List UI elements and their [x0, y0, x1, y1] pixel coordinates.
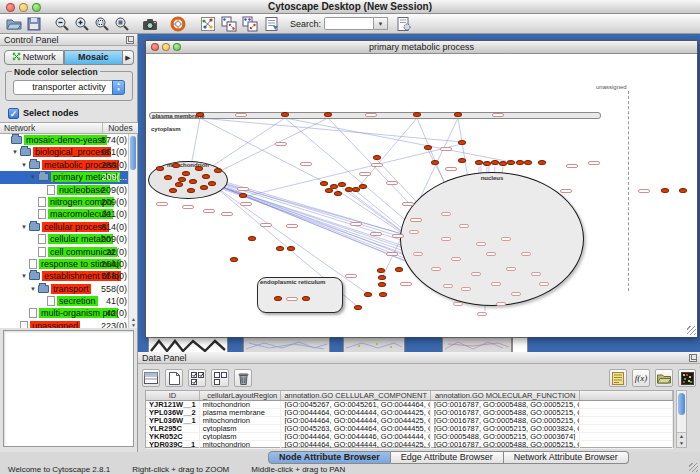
- close-view-icon[interactable]: [151, 43, 159, 51]
- network-node[interactable]: [424, 145, 432, 150]
- network-node[interactable]: [334, 191, 342, 196]
- tree-scrollbar-arrows-icon[interactable]: ▲▼: [129, 316, 138, 328]
- tree-row-cellular-metabo[interactable]: cellular metabo209(0): [0, 233, 129, 245]
- network-node[interactable]: [287, 246, 295, 251]
- snapshot-camera-icon[interactable]: [142, 16, 158, 32]
- network-node[interactable]: [324, 112, 332, 117]
- tree-row-mosaic-demo-yeast[interactable]: mosaic-demo-yeast874(0): [0, 134, 129, 146]
- network-node[interactable]: [208, 181, 216, 186]
- network-node[interactable]: [187, 188, 195, 193]
- tree-scrollbar[interactable]: ▲▼: [128, 134, 137, 328]
- network-node[interactable]: [169, 188, 177, 193]
- tree-row-cellular-process[interactable]: ▼cellular process614(0): [0, 221, 129, 233]
- import-attributes-icon[interactable]: [655, 369, 673, 387]
- network-node[interactable]: [499, 161, 507, 166]
- attribute-notes-icon[interactable]: [609, 369, 627, 387]
- network-node[interactable]: [413, 112, 421, 117]
- app-resize-grip[interactable]: [689, 463, 698, 472]
- network-node[interactable]: [377, 268, 385, 273]
- network-node[interactable]: [320, 181, 328, 186]
- network-node[interactable]: [378, 282, 386, 287]
- network-node[interactable]: [239, 193, 247, 198]
- tree-row-nitrogen-compo[interactable]: nitrogen compo209(0): [0, 196, 129, 208]
- zoom-out-icon[interactable]: [54, 16, 70, 32]
- table-column-header[interactable]: annotation.GO CELLULAR_COMPONENT: [281, 391, 430, 400]
- table-row[interactable]: YPL036W__2plasma membrane[GO:0044464, GO…: [146, 409, 673, 417]
- combobox-stepper-icon[interactable]: ▲▼: [112, 80, 125, 95]
- network-node[interactable]: [274, 296, 282, 301]
- maximize-window-icon[interactable]: [32, 3, 41, 12]
- table-row[interactable]: YKR052Ccytoplasm[GO:0044464, GO:0044446,…: [146, 433, 673, 441]
- tree-col-network[interactable]: Network: [0, 123, 102, 133]
- select-all-attributes-icon[interactable]: [188, 369, 206, 387]
- network-node[interactable]: [276, 246, 284, 251]
- node-color-combobox[interactable]: transporter activity ▲▼: [13, 80, 125, 95]
- tree-row-response-to-stimulu[interactable]: response to stimulu264(0): [0, 258, 129, 270]
- tree-row-macromolecule[interactable]: macromolecule311(0): [0, 208, 129, 220]
- table-row[interactable]: YJR121W__1mitochondrion[GO:0045267, GO:0…: [146, 401, 673, 409]
- float-panel-icon[interactable]: [126, 36, 134, 44]
- table-row[interactable]: YPL036W__1mitochondrion[GO:0044464, GO:0…: [146, 417, 673, 425]
- network-node[interactable]: [507, 160, 515, 165]
- maximize-view-icon[interactable]: [173, 43, 181, 51]
- vizmapper-icon[interactable]: [200, 16, 216, 32]
- table-scrollbar-thumb[interactable]: [678, 393, 685, 415]
- expand-arrow-icon[interactable]: ▼: [21, 221, 29, 233]
- tree-col-nodes[interactable]: Nodes: [102, 123, 138, 133]
- network-node[interactable]: [475, 160, 483, 165]
- expand-arrow-icon[interactable]: ▼: [21, 270, 29, 282]
- search-dropdown-button[interactable]: ▼: [374, 17, 388, 30]
- tree-row-metabolic-process[interactable]: ▼metabolic process280(0): [0, 159, 129, 171]
- attribute-matrix-icon[interactable]: [678, 369, 696, 387]
- help-lifering-icon[interactable]: [170, 16, 186, 32]
- tree-row-transport[interactable]: ▼transport558(0): [0, 283, 129, 295]
- network-node[interactable]: [202, 174, 210, 179]
- network-node[interactable]: [524, 160, 532, 165]
- configure-search-icon[interactable]: [396, 16, 412, 32]
- network-node[interactable]: [516, 160, 524, 165]
- filter-icon[interactable]: [264, 16, 280, 32]
- network-canvas[interactable]: plasma membrane cytoplasm mitochondrion …: [146, 54, 697, 337]
- select-attributes-icon[interactable]: [142, 369, 160, 387]
- network-node[interactable]: [379, 292, 387, 297]
- tree-row-unassigned[interactable]: unassigned223(0): [0, 320, 129, 328]
- network-node[interactable]: [281, 112, 289, 117]
- select-nodes-checkbox[interactable]: ✓: [8, 108, 19, 119]
- expand-arrow-icon[interactable]: ▼: [12, 146, 20, 158]
- network-node[interactable]: [364, 292, 372, 297]
- tree-row-multi-organism-pro[interactable]: multi-organism pro42(0): [0, 307, 129, 319]
- new-attribute-icon[interactable]: [165, 369, 183, 387]
- network-node[interactable]: [458, 158, 466, 163]
- search-input[interactable]: [324, 17, 374, 30]
- background-window-fragment[interactable]: [512, 337, 528, 352]
- network-node[interactable]: [172, 163, 180, 168]
- table-column-header[interactable]: _cellularLayoutRegion: [200, 391, 282, 400]
- background-window-fragment[interactable]: [148, 337, 228, 352]
- network-node[interactable]: [178, 177, 186, 182]
- background-window-fragment[interactable]: [442, 337, 512, 352]
- table-scrollbar[interactable]: ▲▼: [676, 390, 687, 448]
- network-node[interactable]: [195, 166, 203, 171]
- table-column-header[interactable]: ID: [146, 391, 200, 400]
- tree-row-secretion[interactable]: secretion41(0): [0, 295, 129, 307]
- unselect-all-attributes-icon[interactable]: [211, 369, 229, 387]
- new-network-all-edges-icon[interactable]: [242, 16, 258, 32]
- tree-row-establishment-of-lo[interactable]: ▼establishment of lo558(0): [0, 270, 129, 282]
- network-node[interactable]: [175, 182, 183, 187]
- network-node[interactable]: [458, 140, 466, 145]
- network-node[interactable]: [483, 161, 491, 166]
- tab-network[interactable]: Network: [4, 50, 64, 65]
- network-node[interactable]: [359, 184, 367, 189]
- network-node[interactable]: [156, 166, 164, 171]
- zoom-fit-icon[interactable]: [114, 16, 130, 32]
- network-node[interactable]: [302, 296, 310, 301]
- zoom-in-icon[interactable]: [74, 16, 90, 32]
- network-node[interactable]: [214, 168, 222, 173]
- table-column-header[interactable]: [580, 391, 673, 400]
- close-window-icon[interactable]: [6, 3, 15, 12]
- tree-row-biological-process[interactable]: ▼biological_process651(0): [0, 146, 129, 158]
- network-node[interactable]: [378, 275, 386, 280]
- tab-edge-attribute-browser[interactable]: Edge Attribute Browser: [391, 451, 504, 464]
- expand-arrow-icon[interactable]: ▼: [30, 283, 38, 295]
- window-resize-grip[interactable]: [687, 326, 696, 335]
